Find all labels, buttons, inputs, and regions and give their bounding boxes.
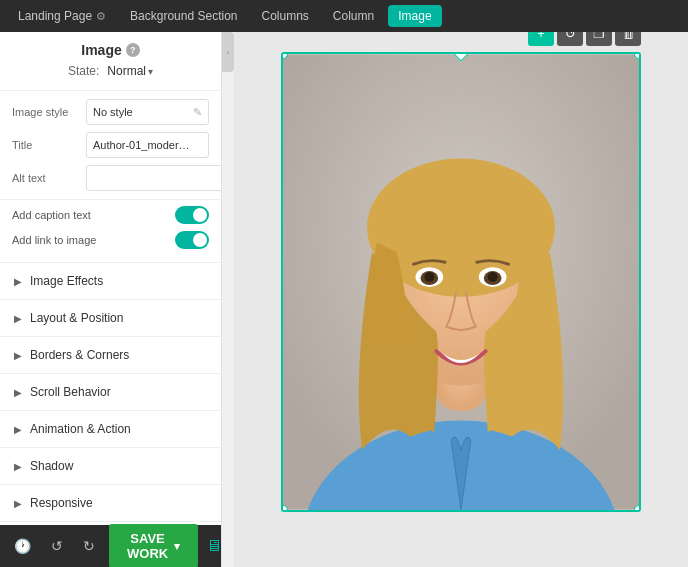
field-row-alt-text: Alt text <box>12 165 209 191</box>
nav-item-column[interactable]: Column <box>323 5 384 27</box>
panel-header: Image ? State: Normal ▾ <box>0 32 221 91</box>
handle-bottom-left <box>281 505 288 512</box>
svg-point-9 <box>424 272 434 282</box>
chevron-right-icon-4: ▶ <box>14 387 22 398</box>
accordion-item-image-effects: ▶ Image Effects <box>0 263 221 300</box>
canvas-undo-button[interactable]: ↺ <box>557 32 583 46</box>
save-chevron-icon: ▾ <box>174 540 180 553</box>
accordion-header-scroll-behavior[interactable]: ▶ Scroll Behavior <box>0 374 221 410</box>
accordion-label-borders-corners: Borders & Corners <box>30 348 129 362</box>
main-layout: Image ? State: Normal ▾ Image style No s… <box>0 32 688 567</box>
accordion-item-scroll-behavior: ▶ Scroll Behavior <box>0 374 221 411</box>
handle-bottom-right <box>634 505 641 512</box>
accordion-label-image-effects: Image Effects <box>30 274 103 288</box>
accordion-item-animation-action: ▶ Animation & Action <box>0 411 221 448</box>
nav-label-column: Column <box>333 9 374 23</box>
nav-label-image: Image <box>398 9 431 23</box>
accordion-label-layout-position: Layout & Position <box>30 311 123 325</box>
state-select[interactable]: Normal ▾ <box>107 64 153 78</box>
accordion-item-responsive: ▶ Responsive <box>0 485 221 522</box>
accordion-header-borders-corners[interactable]: ▶ Borders & Corners <box>0 337 221 373</box>
save-work-button[interactable]: SAVE WORK ▾ <box>109 524 198 567</box>
state-label: State: <box>68 64 99 78</box>
top-nav: Landing Page ⚙ Background Section Column… <box>0 0 688 32</box>
accordion-label-scroll-behavior: Scroll Behavior <box>30 385 111 399</box>
panel-title: Image <box>81 42 121 58</box>
toggle-row-link: Add link to image <box>0 231 221 249</box>
nav-item-landing-page[interactable]: Landing Page ⚙ <box>8 5 116 27</box>
toggle-label-link: Add link to image <box>12 234 96 246</box>
panel-collapse-handle[interactable]: ‹ <box>222 32 234 72</box>
field-row-title: Title Author-01_modern-_… <box>12 132 209 158</box>
panel-fields: Image style No style ✎ Title Author-01_m… <box>0 91 221 200</box>
selected-image[interactable] <box>281 52 641 512</box>
field-label-image-style: Image style <box>12 106 80 118</box>
accordion-header-image-effects[interactable]: ▶ Image Effects <box>0 263 221 299</box>
left-panel: Image ? State: Normal ▾ Image style No s… <box>0 32 222 567</box>
add-element-button[interactable]: + <box>528 32 554 46</box>
toggle-row-caption: Add caption text <box>0 206 221 224</box>
accordion-header-animation-action[interactable]: ▶ Animation & Action <box>0 411 221 447</box>
canvas-area: + ↺ ❐ 🗑 <box>234 32 688 567</box>
nav-label-columns: Columns <box>261 9 308 23</box>
accordion-label-animation-action: Animation & Action <box>30 422 131 436</box>
accordion-label-shadow: Shadow <box>30 459 73 473</box>
accordion-label-responsive: Responsive <box>30 496 93 510</box>
chevron-right-icon-2: ▶ <box>14 313 22 324</box>
undo-icon[interactable]: ↺ <box>45 534 69 558</box>
accordion-header-shadow[interactable]: ▶ Shadow <box>0 448 221 484</box>
state-row: State: Normal ▾ <box>0 58 221 86</box>
clock-icon[interactable]: 🕐 <box>8 534 37 558</box>
nav-item-columns[interactable]: Columns <box>251 5 318 27</box>
chevron-right-icon-5: ▶ <box>14 424 22 435</box>
redo-icon[interactable]: ↻ <box>77 534 101 558</box>
accordion-item-layout-position: ▶ Layout & Position <box>0 300 221 337</box>
svg-point-10 <box>488 272 498 282</box>
bottom-toolbar: 🕐 ↺ ↻ SAVE WORK ▾ 🖥 ⬜ <box>0 525 221 567</box>
field-label-title: Title <box>12 139 80 151</box>
canvas-image-container: + ↺ ❐ 🗑 <box>281 52 641 512</box>
field-input-image-style[interactable]: No style ✎ <box>86 99 209 125</box>
accordion-item-shadow: ▶ Shadow <box>0 448 221 485</box>
gear-icon: ⚙ <box>96 10 106 23</box>
edit-icon[interactable]: ✎ <box>193 106 202 119</box>
accordion-list: ▶ Image Effects ▶ Layout & Position ▶ Bo… <box>0 263 221 525</box>
panel-title-row: Image ? <box>0 42 221 58</box>
toggle-link[interactable] <box>175 231 209 249</box>
handle-top-right <box>634 52 641 59</box>
chevron-right-icon: ▶ <box>14 276 22 287</box>
state-value: Normal <box>107 64 146 78</box>
toggle-label-caption: Add caption text <box>12 209 91 221</box>
accordion-header-layout-position[interactable]: ▶ Layout & Position <box>0 300 221 336</box>
field-input-alt-text[interactable] <box>86 165 222 191</box>
portrait-image <box>283 54 639 510</box>
save-work-label: SAVE WORK <box>127 531 168 561</box>
field-input-title[interactable]: Author-01_modern-_… <box>86 132 209 158</box>
device-icons: 🖥 ⬜ <box>206 537 222 556</box>
chevron-down-icon: ▾ <box>148 66 153 77</box>
chevron-right-icon-6: ▶ <box>14 461 22 472</box>
nav-label-landing-page: Landing Page <box>18 9 92 23</box>
chevron-right-icon-3: ▶ <box>14 350 22 361</box>
chevron-right-icon-7: ▶ <box>14 498 22 509</box>
nav-label-background-section: Background Section <box>130 9 237 23</box>
canvas-actions: + ↺ ❐ 🗑 <box>528 32 641 46</box>
accordion-header-responsive[interactable]: ▶ Responsive <box>0 485 221 521</box>
field-row-image-style: Image style No style ✎ <box>12 99 209 125</box>
nav-item-image[interactable]: Image <box>388 5 441 27</box>
toggle-caption[interactable] <box>175 206 209 224</box>
desktop-icon[interactable]: 🖥 <box>206 537 222 555</box>
toggle-section: Add caption text Add link to image <box>0 200 221 263</box>
help-icon[interactable]: ? <box>126 43 140 57</box>
canvas-delete-button[interactable]: 🗑 <box>615 32 641 46</box>
nav-item-background-section[interactable]: Background Section <box>120 5 247 27</box>
field-label-alt-text: Alt text <box>12 172 80 184</box>
accordion-item-borders-corners: ▶ Borders & Corners <box>0 337 221 374</box>
canvas-copy-button[interactable]: ❐ <box>586 32 612 46</box>
